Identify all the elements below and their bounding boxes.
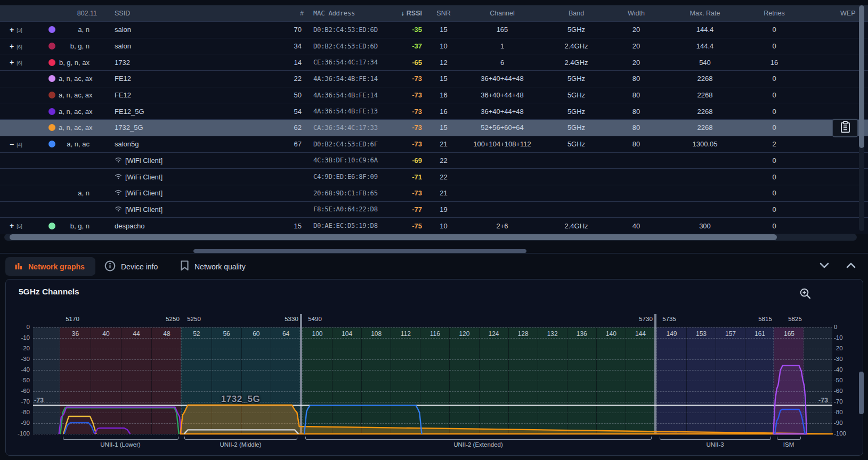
table-row[interactable]: −[4]a, n, acsalon5g67D0:B2:C4:53:ED:6F-7… xyxy=(0,136,868,152)
table-row[interactable]: [WiFi Client]C4:9D:ED:E6:8F:09-71220 xyxy=(0,168,868,185)
tab-device-info[interactable]: Device info xyxy=(104,257,158,276)
row-expander-cell: −[4] xyxy=(10,140,36,149)
column-header-ssid[interactable]: SSID xyxy=(97,10,279,17)
ssid-label: FE12 xyxy=(115,75,131,83)
column-header-width[interactable]: Width xyxy=(612,10,661,17)
cell-max-rate: 144.4 xyxy=(661,26,749,34)
row-color-cell xyxy=(36,26,59,33)
table-vertical-scrollbar[interactable] xyxy=(859,5,864,231)
column-header-rssi[interactable]: ↓RSSI xyxy=(389,10,424,17)
cell-protocols: a, n xyxy=(59,189,97,197)
cell-channel: 36+40+44+48 xyxy=(464,108,541,116)
cell-retries: 0 xyxy=(749,157,799,165)
cell-mac-address: 4A:36:54:4B:FE:13 xyxy=(304,108,389,115)
cell-mac-address: 4C:3B:DF:10:C9:6A xyxy=(304,157,389,164)
cell-channel: 2+6 xyxy=(464,222,541,230)
cell-rssi: -69 xyxy=(389,157,424,165)
column-header-wep[interactable]: WEP xyxy=(799,10,868,17)
row-color-cell xyxy=(36,59,59,66)
cell-protocols: b, g, n, ax xyxy=(59,59,97,67)
expand-toggle-button[interactable]: + xyxy=(10,58,14,67)
cell-count: 15 xyxy=(279,222,304,230)
column-header-label: RSSI xyxy=(407,10,422,17)
column-header-channel[interactable]: Channel xyxy=(464,10,541,17)
table-row[interactable]: a, n, ac, axFE12_5G544A:36:54:4B:FE:13-7… xyxy=(0,103,868,119)
cell-snr: 21 xyxy=(424,189,464,197)
column-header-band[interactable]: Band xyxy=(541,10,612,17)
cell-count: 22 xyxy=(279,75,304,83)
panel-horizontal-scrollbar-thumb[interactable] xyxy=(193,249,526,253)
cell-mac-address: D0:B2:C4:53:ED:6F xyxy=(304,141,389,148)
table-row[interactable]: +[6]b, g, n, ax173214CE:36:54:4C:17:34-6… xyxy=(0,54,868,70)
cell-retries: 0 xyxy=(749,108,799,116)
section-divider xyxy=(0,253,868,253)
bookmark-icon xyxy=(180,260,189,273)
table-row[interactable]: a, n[WiFi Client]20:68:9D:C1:FB:65-73210 xyxy=(0,185,868,201)
cell-snr: 12 xyxy=(424,59,464,67)
column-header-label: Width xyxy=(628,10,645,17)
cell-rssi: -75 xyxy=(389,222,424,230)
column-header-label: Band xyxy=(569,10,584,17)
sort-arrow-down-icon: ↓ xyxy=(401,10,404,17)
ssid-label: salon5g xyxy=(115,140,139,148)
cell-width: 40 xyxy=(612,222,661,230)
cell-rssi: -35 xyxy=(389,26,424,34)
copy-row-button[interactable] xyxy=(832,119,858,137)
cell-count: 62 xyxy=(279,124,304,132)
cell-width: 20 xyxy=(612,26,661,34)
chevron-down-icon[interactable] xyxy=(820,261,831,273)
cell-ssid: [WiFi Client] xyxy=(97,206,279,213)
cell-protocols: a, n, ac xyxy=(59,140,97,148)
table-row[interactable]: [WiFi Client]4C:3B:DF:10:C9:6A-69220 xyxy=(0,152,868,169)
table-row[interactable]: a, n, ac, ax1732_5G62CA:36:54:4C:17:33-7… xyxy=(0,119,868,136)
expand-toggle-button[interactable]: − xyxy=(10,140,14,149)
column-header-max_rate[interactable]: Max. Rate xyxy=(661,10,749,17)
row-color-cell xyxy=(36,75,59,82)
table-vertical-scrollbar-thumb[interactable] xyxy=(859,5,864,148)
table-row[interactable]: a, n, ac, axFE12504A:36:54:4B:FE:14-7316… xyxy=(0,87,868,103)
cell-channel: 52+56+60+64 xyxy=(464,124,541,132)
expand-toggle-button[interactable]: + xyxy=(10,26,14,34)
wifi-client-label: [WiFi Client] xyxy=(125,206,163,213)
network-color-dot xyxy=(48,223,55,229)
child-count-badge: [6] xyxy=(17,60,22,65)
column-header-retries[interactable]: Retries xyxy=(749,10,799,17)
cell-protocols: a, n, ac, ax xyxy=(59,124,97,132)
column-header-label: Retries xyxy=(764,10,785,17)
expand-toggle-button[interactable]: + xyxy=(10,42,14,51)
cell-snr: 16 xyxy=(424,91,464,99)
table-row[interactable]: +[6]b, g, nsalon34D0:B2:C4:53:ED:6D-3710… xyxy=(0,38,868,54)
cell-width: 20 xyxy=(612,42,661,50)
cell-mac-address: CE:36:54:4C:17:34 xyxy=(304,59,389,66)
table-horizontal-scrollbar-thumb[interactable] xyxy=(10,234,777,240)
column-header-snr[interactable]: SNR xyxy=(424,10,464,17)
magnifier-zoom-icon[interactable] xyxy=(800,288,811,301)
column-header-count[interactable]: # xyxy=(279,10,304,17)
cell-rssi: -73 xyxy=(389,189,424,197)
table-horizontal-scrollbar[interactable] xyxy=(4,234,857,241)
cell-mac-address: 20:68:9D:C1:FB:65 xyxy=(304,190,389,197)
column-header-protocols[interactable]: 802.11 xyxy=(59,10,97,17)
expand-toggle-button[interactable]: + xyxy=(10,221,14,230)
network-color-dot xyxy=(48,141,55,147)
table-row[interactable]: a, n, ac, axFE12224A:36:54:4B:FE:14-7315… xyxy=(0,70,868,87)
cell-snr: 15 xyxy=(424,75,464,83)
cell-snr: 16 xyxy=(424,108,464,116)
network-color-dot xyxy=(48,124,55,131)
table-row[interactable]: +[3]a, nsalon70D0:B2:C4:53:ED:6D-3515165… xyxy=(0,21,868,38)
cell-band: 5GHz xyxy=(541,75,612,83)
table-row[interactable]: +[5]b, g, ndespacho15D0:AE:EC:D5:19:D8-7… xyxy=(0,217,868,234)
cell-rssi: -65 xyxy=(389,59,424,67)
table-row[interactable]: [WiFi Client]F8:5E:A0:64:22:D8-77190 xyxy=(0,201,868,218)
panel-vertical-scrollbar-thumb[interactable] xyxy=(859,372,864,414)
tab-network-quality[interactable]: Network quality xyxy=(180,257,246,276)
cell-protocols: a, n, ac, ax xyxy=(59,75,97,83)
tab-network-graphs[interactable]: Network graphs xyxy=(5,257,95,276)
chevron-up-icon[interactable] xyxy=(846,261,858,273)
ssid-label: despacho xyxy=(115,222,144,230)
wifi-client-icon xyxy=(115,189,122,197)
cell-width: 80 xyxy=(612,108,661,116)
cell-retries: 0 xyxy=(749,124,799,132)
cell-rssi: -71 xyxy=(389,173,424,181)
column-header-mac[interactable]: MAC Address xyxy=(304,10,389,17)
